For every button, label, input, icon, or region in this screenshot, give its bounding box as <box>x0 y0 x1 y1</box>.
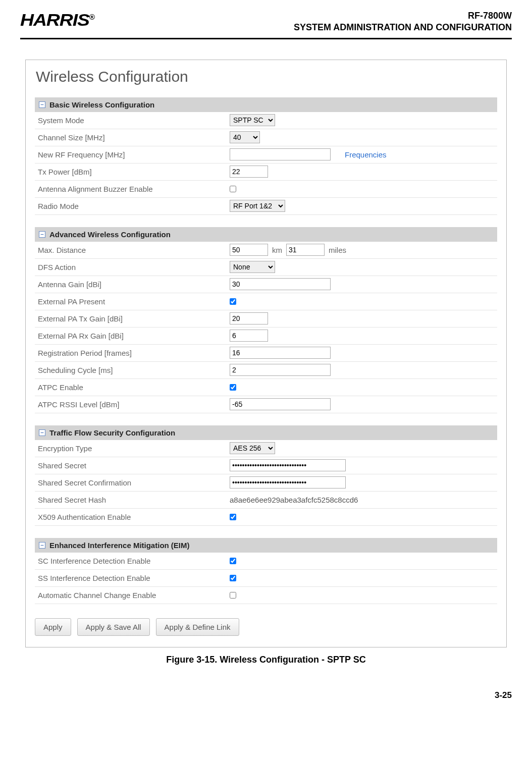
apply-save-all-button[interactable]: Apply & Save All <box>77 618 150 636</box>
tx-power-label: Tx Power [dBm] <box>38 168 230 176</box>
row-buzzer: Antenna Alignment Buzzer Enable <box>35 181 497 198</box>
collapse-icon[interactable]: − <box>39 231 45 238</box>
figure-caption: Figure 3-15. Wireless Configuration - SP… <box>20 655 512 665</box>
row-reg-period: Registration Period [frames] <box>35 345 497 362</box>
row-radio-mode: Radio Mode RF Port 1&2 <box>35 198 497 215</box>
row-auto-channel: Automatic Channel Change Enable <box>35 587 497 604</box>
auto-channel-checkbox[interactable] <box>230 592 236 599</box>
page-number: 3-25 <box>20 690 512 700</box>
sc-detect-label: SC Interference Detection Enable <box>38 557 230 565</box>
system-mode-label: System Mode <box>38 116 230 125</box>
section-traffic-title: Traffic Flow Security Configuration <box>49 428 175 437</box>
ext-pa-present-label: External PA Present <box>38 297 230 306</box>
miles-unit: miles <box>329 246 346 254</box>
atpc-enable-checkbox[interactable] <box>230 384 236 391</box>
reg-period-input[interactable] <box>230 347 331 359</box>
collapse-icon[interactable]: − <box>39 542 45 549</box>
logo-text: HARRIS <box>20 10 89 29</box>
reg-period-label: Registration Period [frames] <box>38 349 230 357</box>
row-shared-secret-conf: Shared Secret Confirmation <box>35 474 497 492</box>
section-eim-title: Enhanced Interference Mitigation (EIM) <box>49 541 190 550</box>
dfs-action-select[interactable]: None <box>230 261 275 273</box>
atpc-rssi-input[interactable] <box>230 398 331 410</box>
shared-secret-input[interactable] <box>230 459 346 471</box>
sched-cycle-label: Scheduling Cycle [ms] <box>38 366 230 374</box>
radio-mode-select[interactable]: RF Port 1&2 <box>230 200 285 212</box>
section-advanced-header[interactable]: − Advanced Wireless Configuration <box>35 227 497 242</box>
row-x509: X509 Authentication Enable <box>35 509 497 526</box>
row-dfs-action: DFS Action None <box>35 259 497 276</box>
ext-pa-present-checkbox[interactable] <box>230 298 236 305</box>
row-ext-pa-rx: External PA Rx Gain [dBi] <box>35 328 497 345</box>
row-ext-pa-present: External PA Present <box>35 293 497 310</box>
hash-label: Shared Secret Hash <box>38 496 230 504</box>
sched-cycle-input[interactable] <box>230 364 331 376</box>
radio-mode-label: Radio Mode <box>38 202 230 210</box>
harris-logo: HARRIS® <box>20 10 94 30</box>
channel-size-select[interactable]: 40 <box>230 131 260 143</box>
page-title: Wireless Configuration <box>36 68 497 85</box>
row-system-mode: System Mode SPTP SC <box>35 112 497 129</box>
frequencies-link[interactable]: Frequencies <box>345 150 387 159</box>
row-sc-detect: SC Interference Detection Enable <box>35 553 497 570</box>
shared-secret-label: Shared Secret <box>38 461 230 470</box>
shared-secret-conf-input[interactable] <box>230 476 346 488</box>
row-ss-detect: SS Interference Detection Enable <box>35 570 497 587</box>
encryption-label: Encryption Type <box>38 444 230 453</box>
row-hash: Shared Secret Hash a8ae6e6ee929abea3afcf… <box>35 492 497 509</box>
collapse-icon[interactable]: − <box>39 429 45 436</box>
section-traffic-header[interactable]: − Traffic Flow Security Configuration <box>35 425 497 440</box>
row-encryption: Encryption Type AES 256 <box>35 440 497 457</box>
sc-detect-checkbox[interactable] <box>230 558 236 564</box>
apply-define-link-button[interactable]: Apply & Define Link <box>156 618 239 636</box>
antenna-gain-input[interactable] <box>230 278 331 290</box>
ext-pa-tx-input[interactable] <box>230 312 268 324</box>
screenshot-frame: Wireless Configuration − Basic Wireless … <box>25 60 507 647</box>
buzzer-checkbox[interactable] <box>230 186 236 192</box>
row-sched-cycle: Scheduling Cycle [ms] <box>35 362 497 379</box>
section-basic-title: Basic Wireless Configuration <box>49 100 154 109</box>
auto-channel-label: Automatic Channel Change Enable <box>38 591 230 600</box>
section-eim-header[interactable]: − Enhanced Interference Mitigation (EIM) <box>35 538 497 553</box>
row-ext-pa-tx: External PA Tx Gain [dBi] <box>35 310 497 328</box>
tx-power-input[interactable] <box>230 166 268 178</box>
system-mode-select[interactable]: SPTP SC <box>230 114 275 126</box>
document-titles: RF-7800W SYSTEM ADMINISTRATION AND CONFI… <box>294 10 512 34</box>
max-distance-label: Max. Distance <box>38 246 230 254</box>
x509-checkbox[interactable] <box>230 514 236 520</box>
encryption-select[interactable]: AES 256 <box>230 442 275 454</box>
row-new-rf-freq: New RF Frequency [MHz] Frequencies <box>35 146 497 164</box>
max-distance-km-input[interactable] <box>230 244 268 256</box>
section-advanced-title: Advanced Wireless Configuration <box>49 230 171 239</box>
document-header: HARRIS® RF-7800W SYSTEM ADMINISTRATION A… <box>20 10 512 39</box>
atpc-rssi-label: ATPC RSSI Level [dBm] <box>38 400 230 409</box>
hash-value: a8ae6e6ee929abea3afcfc5258c8ccd6 <box>230 496 358 504</box>
ext-pa-tx-label: External PA Tx Gain [dBi] <box>38 314 230 323</box>
row-antenna-gain: Antenna Gain [dBi] <box>35 276 497 293</box>
row-shared-secret: Shared Secret <box>35 457 497 474</box>
shared-secret-conf-label: Shared Secret Confirmation <box>38 478 230 487</box>
new-rf-freq-input[interactable] <box>230 148 331 160</box>
collapse-icon[interactable]: − <box>39 101 45 108</box>
doc-id: RF-7800W <box>294 10 512 22</box>
ext-pa-rx-input[interactable] <box>230 330 268 342</box>
button-row: Apply Apply & Save All Apply & Define Li… <box>35 618 497 636</box>
ext-pa-rx-label: External PA Rx Gain [dBi] <box>38 332 230 340</box>
ss-detect-checkbox[interactable] <box>230 575 236 581</box>
doc-title: SYSTEM ADMINISTRATION AND CONFIGURATION <box>294 22 512 33</box>
max-distance-mi-input[interactable] <box>286 244 325 256</box>
atpc-enable-label: ATPC Enable <box>38 383 230 392</box>
channel-size-label: Channel Size [MHz] <box>38 133 230 142</box>
buzzer-label: Antenna Alignment Buzzer Enable <box>38 185 230 193</box>
row-tx-power: Tx Power [dBm] <box>35 164 497 181</box>
registered-icon: ® <box>89 13 94 21</box>
ss-detect-label: SS Interference Detection Enable <box>38 574 230 582</box>
row-atpc-rssi: ATPC RSSI Level [dBm] <box>35 396 497 413</box>
antenna-gain-label: Antenna Gain [dBi] <box>38 280 230 289</box>
row-channel-size: Channel Size [MHz] 40 <box>35 129 497 146</box>
section-basic-header[interactable]: − Basic Wireless Configuration <box>35 97 497 112</box>
apply-button[interactable]: Apply <box>35 618 71 636</box>
row-atpc-enable: ATPC Enable <box>35 379 497 396</box>
dfs-action-label: DFS Action <box>38 263 230 272</box>
row-max-distance: Max. Distance km miles <box>35 242 497 259</box>
